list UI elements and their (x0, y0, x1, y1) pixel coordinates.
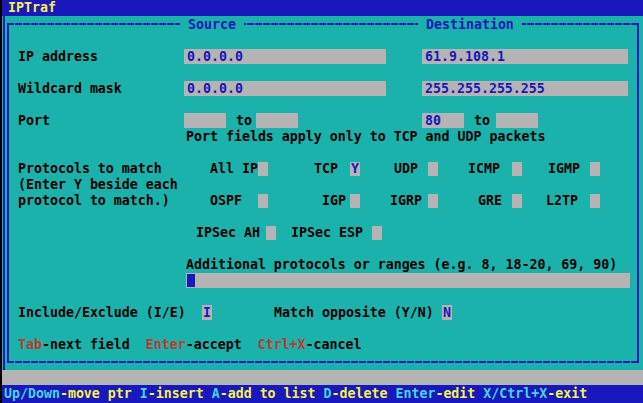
hint-exit: X/Ctrl+X-exit (483, 386, 587, 401)
source-section-header: Source (180, 17, 244, 33)
proto-ipsec-ah-checkbox[interactable] (266, 226, 276, 240)
proto-igmp-label: IGMP (548, 161, 580, 177)
dialog-border-left (7, 23, 9, 363)
screen-left-edge (0, 0, 2, 403)
hint-ctrlx: Ctrl+X-cancel (258, 337, 362, 352)
protocols-label-line3: protocol to match.) (18, 193, 170, 209)
proto-ipsec-ah-label: IPSec AH (196, 225, 260, 241)
proto-tcp-label: TCP (314, 161, 338, 177)
proto-udp-label: UDP (394, 161, 418, 177)
dialog-key-hints: Tab-next fieldEnter-acceptCtrl+X-cancel (18, 337, 378, 353)
match-opposite-input[interactable]: N (442, 305, 452, 320)
source-mask-input[interactable]: 0.0.0.0 (184, 81, 386, 96)
hint-edit: Enter-edit (395, 386, 475, 401)
hint-delete: D-delete (324, 386, 388, 401)
proto-ipsec-esp-label: IPSec ESP (291, 225, 363, 241)
source-port-to-label: to (236, 113, 252, 129)
destination-ip-input[interactable]: 61.9.108.1 (422, 49, 628, 64)
text-cursor (187, 274, 195, 287)
hint-insert: I-insert (140, 386, 204, 401)
proto-ospf-label: OSPF (210, 193, 242, 209)
source-port-to-input[interactable] (256, 113, 298, 128)
proto-udp-checkbox[interactable] (428, 162, 438, 176)
hint-updown: Up/Down-move ptr (4, 386, 132, 401)
port-note: Port fields apply only to TCP and UDP pa… (186, 129, 545, 145)
window-border-left (3, 16, 5, 370)
proto-ipsec-esp-checkbox[interactable] (372, 226, 382, 240)
dialog-border-top (7, 23, 639, 25)
proto-igrp-checkbox[interactable] (428, 194, 438, 208)
dialog-border-bottom (7, 361, 639, 363)
status-bar-hints: Up/Down-move ptrI-insertA-add to listD-d… (4, 385, 595, 403)
destination-mask-input[interactable]: 255.255.255.255 (422, 81, 628, 96)
destination-section-header: Destination (418, 17, 522, 33)
status-bar: Up/Down-move ptrI-insertA-add to listD-d… (0, 385, 643, 403)
additional-protocols-label: Additional protocols or ranges (e.g. 8, … (186, 257, 617, 273)
proto-allip-label: All IP (210, 161, 258, 177)
include-exclude-input[interactable]: I (202, 305, 212, 320)
additional-protocols-input[interactable] (186, 273, 630, 288)
dialog-border-right (637, 23, 639, 363)
proto-igp-checkbox[interactable] (350, 194, 360, 208)
app-title: IPTraf (8, 0, 56, 16)
protocols-label-line1: Protocols to match (18, 161, 162, 177)
proto-ospf-checkbox[interactable] (258, 194, 268, 208)
include-exclude-label: Include/Exclude (I/E) (18, 305, 186, 321)
destination-port-to-input[interactable] (496, 113, 538, 128)
match-opposite-label: Match opposite (Y/N) (274, 305, 434, 321)
proto-igp-label: IGP (322, 193, 346, 209)
title-bar: IPTraf (0, 0, 643, 16)
hint-tab: Tab-next field (18, 337, 130, 352)
protocols-label-line2: (Enter Y beside each (18, 177, 178, 193)
proto-gre-label: GRE (478, 193, 502, 209)
destination-port-from-input[interactable]: 80 (422, 113, 464, 128)
source-ip-input[interactable]: 0.0.0.0 (184, 49, 386, 64)
hint-enter: Enter-accept (146, 337, 242, 352)
proto-gre-checkbox[interactable] (512, 194, 522, 208)
proto-igrp-label: IGRP (390, 193, 422, 209)
lower-gray-strip (0, 370, 643, 385)
port-label: Port (18, 113, 50, 129)
source-port-from-input[interactable] (184, 113, 226, 128)
wildcard-mask-label: Wildcard mask (18, 81, 122, 97)
proto-l2tp-label: L2TP (546, 193, 578, 209)
ip-address-label: IP address (18, 49, 98, 65)
proto-icmp-label: ICMP (468, 161, 500, 177)
proto-igmp-checkbox[interactable] (590, 162, 600, 176)
hint-add: A-add to list (212, 386, 316, 401)
proto-icmp-checkbox[interactable] (512, 162, 522, 176)
proto-tcp-checkbox[interactable]: Y (350, 162, 360, 176)
proto-l2tp-checkbox[interactable] (590, 194, 600, 208)
proto-allip-checkbox[interactable] (258, 162, 268, 176)
destination-port-to-label: to (474, 113, 490, 129)
